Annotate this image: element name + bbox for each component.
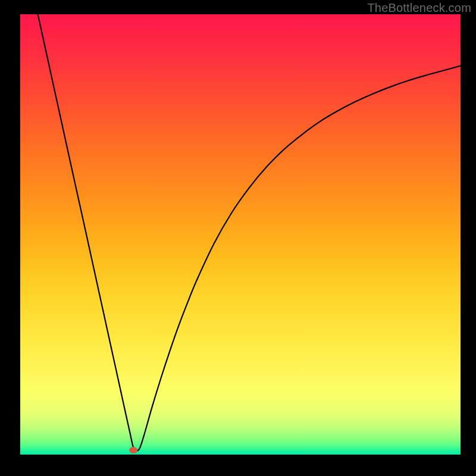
chart-frame: TheBottleneck.com: [0, 0, 476, 476]
watermark-text: TheBottleneck.com: [367, 1, 471, 15]
plot-area: [20, 14, 461, 455]
minimum-marker: [129, 447, 137, 453]
bottleneck-chart: [20, 14, 461, 455]
